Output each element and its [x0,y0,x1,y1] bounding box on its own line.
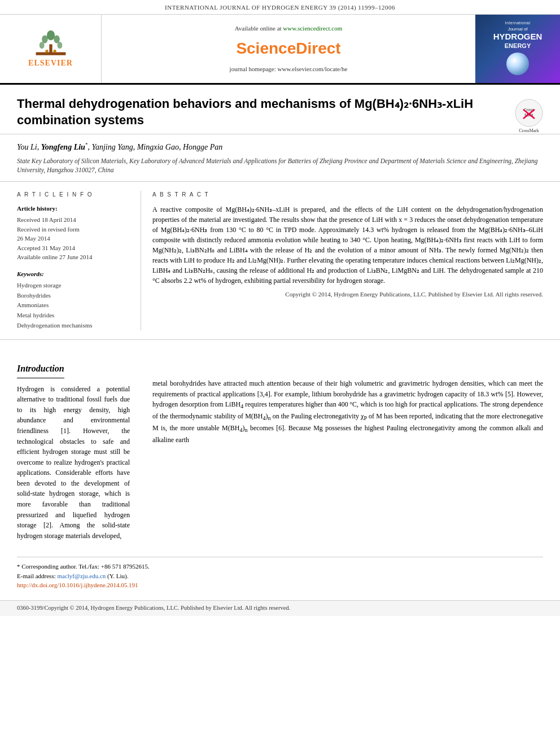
keywords-section: Keywords: Hydrogen storage Borohydrides … [17,270,129,330]
article-info-column: A R T I C L E I N F O Article history: R… [17,191,141,330]
corresponding-note: * Corresponding author. Tel./fax: +86 57… [17,562,543,571]
doi-link[interactable]: http://dx.doi.org/10.1016/j.ijhydene.201… [17,582,138,588]
crossmark-label: CrossMark [515,128,543,134]
author-yongfeng-liu: Yongfeng Liu [41,143,85,151]
author-hongge-pan: Hongge Pan [183,143,222,151]
keyword-ammoniates: Ammoniates [17,300,129,311]
hydrogen-logo-content: International Journal of HYDROGEN ENERGY [493,20,542,77]
abstract-label: A B S T R A C T [152,191,543,199]
intro-right-text: metal borohydrides have attracted much a… [152,378,543,445]
svg-point-8 [53,50,56,53]
sciencedirect-url[interactable]: www.sciencedirect.com [283,25,342,32]
journal-header-center: Available online at www.sciencedirect.co… [102,15,475,83]
abstract-paragraph: A reactive composite of Mg(BH₄)₂·6NH₃–xL… [152,204,543,286]
section-gap [0,340,560,351]
received-revised-date: 26 May 2014 [17,234,129,243]
abstract-text: A reactive composite of Mg(BH₄)₂·6NH₃–xL… [152,204,543,286]
keyword-hydrogen-storage: Hydrogen storage [17,281,129,291]
footer-notes: * Corresponding author. Tel./fax: +86 57… [17,557,543,595]
keyword-borohydrides: Borohydrides [17,291,129,301]
article-info-abstract: A R T I C L E I N F O Article history: R… [0,182,560,340]
homepage-url[interactable]: www.elsevier.com/locate/he [278,65,348,72]
crossmark-icon: Cross Mark [515,99,543,127]
received-revised-label: Received in revised form [17,225,129,234]
accepted-date: Accepted 31 May 2014 [17,243,129,253]
intro-left-column: Introduction Hydrogen is considered a po… [17,362,141,545]
authors-section: You Li, Yongfeng Liu*, Yanjing Yang, Min… [0,134,560,181]
keyword-dehydrogenation: Dehydrogenation mechanisms [17,321,129,331]
email-note: E-mail address: maclyf@zju.edu.cn (Y. Li… [17,571,543,581]
available-online-text: Available online at www.sciencedirect.co… [235,24,343,33]
article-title: Thermal dehydrogenation behaviors and me… [17,96,509,128]
elsevier-tree-icon [34,29,68,56]
footer-bar-text: 0360-3199/Copyright © 2014, Hydrogen Ene… [17,605,290,611]
author-you-li: You Li, [17,143,41,151]
author-mingxia-gao: Mingxia Gao, [137,143,183,151]
svg-point-0 [46,30,54,41]
affiliation: State Key Laboratory of Silicon Material… [17,156,543,174]
available-online-date: Available online 27 June 2014 [17,252,129,262]
received-date: Received 18 April 2014 [17,215,129,225]
elsevier-brand-text: ELSEVIER [28,58,73,69]
hydrogen-journal-logo: International Journal of HYDROGEN ENERGY [475,15,560,83]
authors-line: You Li, Yongfeng Liu*, Yanjing Yang, Min… [17,141,543,152]
author-yanjing-yang: Yanjing Yang, [91,143,137,151]
intro-paragraph-right: metal borohydrides have attracted much a… [152,378,543,445]
svg-point-3 [39,42,44,49]
svg-rect-6 [36,52,65,55]
intro-right-column: metal borohydrides have attracted much a… [141,362,543,545]
abstract-column: A B S T R A C T A reactive composite of … [141,191,543,330]
copyright-line: Copyright © 2014, Hydrogen Energy Public… [152,290,543,299]
introduction-heading: Introduction [17,362,64,378]
elsevier-logo: ELSEVIER [17,29,85,69]
sciencedirect-logo: ScienceDirect [236,37,340,59]
introduction-section: Introduction Hydrogen is considered a po… [0,351,560,551]
email-link[interactable]: maclyf@zju.edu.cn [57,573,106,579]
svg-rect-5 [49,44,52,53]
hydrogen-label: HYDROGEN [493,32,542,42]
intro-left-text: Hydrogen is considered a potential alter… [17,384,130,541]
svg-point-7 [45,50,48,53]
article-info-label: A R T I C L E I N F O [17,191,129,199]
keywords-label: Keywords: [17,270,129,278]
keyword-metal-hydrides: Metal hydrides [17,311,129,321]
hydrogen-circle-icon [506,53,529,75]
article-title-section: Thermal dehydrogenation behaviors and me… [0,85,560,134]
crossmark-badge[interactable]: Cross Mark CrossMark [515,99,543,127]
journal-header: ELSEVIER Available online at www.science… [0,15,560,85]
doi-link-container: http://dx.doi.org/10.1016/j.ijhydene.201… [17,580,543,590]
journal-homepage: journal homepage: www.elsevier.com/locat… [230,65,348,73]
energy-label: ENERGY [493,42,542,50]
article-title-container: Thermal dehydrogenation behaviors and me… [17,96,509,128]
intl-label: International [493,20,542,26]
top-bar: INTERNATIONAL JOURNAL OF HYDROGEN ENERGY… [0,0,560,15]
history-label: Article history: [17,204,129,213]
elsevier-logo-section: ELSEVIER [0,15,102,83]
svg-point-4 [57,42,62,49]
article-history: Article history: Received 18 April 2014 … [17,204,129,262]
intro-paragraph-left: Hydrogen is considered a potential alter… [17,384,130,541]
footer-bar: 0360-3199/Copyright © 2014, Hydrogen Ene… [0,600,560,616]
journal-citation: INTERNATIONAL JOURNAL OF HYDROGEN ENERGY… [165,4,395,11]
